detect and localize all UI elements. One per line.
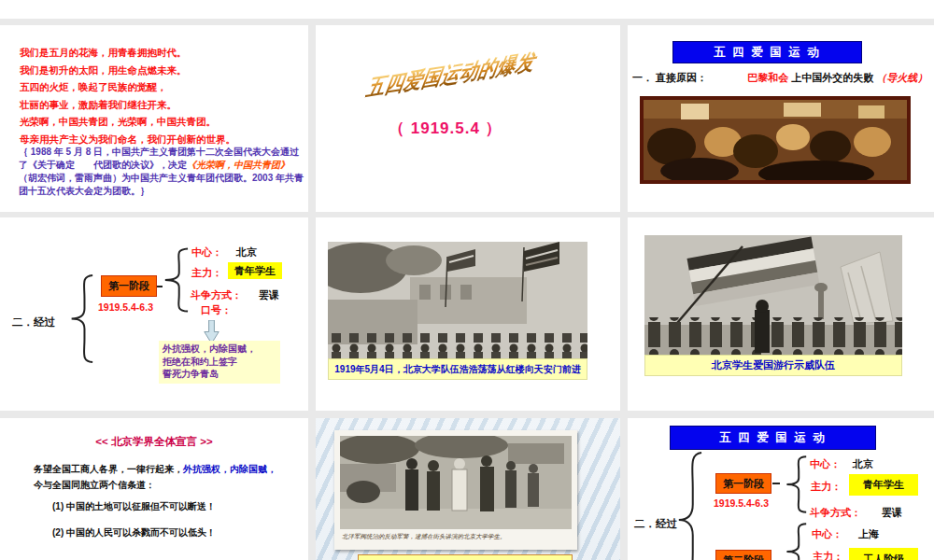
title-date: （ 1919.5.4 ） <box>389 118 502 139</box>
gutter <box>0 19 934 25</box>
photo-caption: 北京学生爱国游行示威队伍 <box>644 355 902 376</box>
declaration-item-1: (1) 中国的土地可以征服但不可以断送！ <box>52 500 216 513</box>
slide-beida-march[interactable]: 1919年5月4日，北京大学队伍浩浩荡荡从红楼向天安门前进 <box>316 217 620 411</box>
slide-process-overview[interactable]: 五 四 爱 国 运 动 二．经过 第一阶段 1919.5.4-6.3 中心： 北… <box>628 418 934 560</box>
anthem-poem: 我们是五月的花海，用青春拥抱时代。 我们是初升的太阳，用生命点燃未来。 五四的火… <box>20 44 235 147</box>
photo-paris-conference <box>644 100 907 180</box>
force2-label: 主力： <box>813 550 843 560</box>
slogan-line: 外抗强权，内除国贼， <box>163 343 276 356</box>
force1-label: 主力： <box>811 480 842 494</box>
connector <box>772 483 780 484</box>
force-value-highlight: 青年学生 <box>228 262 282 279</box>
slide-direct-cause[interactable]: 五 四 爱 国 运 动 一． 直接原因： 巴黎和会 上中国外交的失败 （导火线） <box>628 25 934 212</box>
photo-paris-conference-frame <box>640 96 911 184</box>
declaration-blue-text: 外抗强权，内除国贼， <box>183 464 276 474</box>
wordart-title: 五四爱国运动的爆发 <box>362 46 543 104</box>
stage1-date: 1919.5.4-6.3 <box>98 301 153 313</box>
anthem-note: ｛ 1988 年 5 月 8 日，中国共产主义青团第十二次全国代表大会通过了《关… <box>19 146 306 198</box>
method1-value: 罢课 <box>882 506 902 520</box>
slide-process-stage1[interactable]: 二．经过 第一阶段 1919.5.4-6.3 中心： 北京 主力： 青年学生 斗… <box>0 217 308 411</box>
force2-value-highlight: 工人阶级 <box>849 548 918 560</box>
cause-red-text: 巴黎和会 <box>747 72 788 83</box>
note-highlight: 《光荣啊，中国共青团》 <box>187 160 290 170</box>
method-label: 斗争方式： <box>191 288 242 302</box>
photo-arrest-frame: 北洋军阀统治的反动军警，逮捕在街头讲演的北京大学学生。 <box>334 430 577 550</box>
section-label: 二．经过 <box>12 315 55 329</box>
center-label: 中心： <box>191 245 222 259</box>
center2-label: 中心： <box>812 527 842 541</box>
stage1-box: 第一阶段 <box>101 275 157 297</box>
slide-declaration[interactable]: << 北京学界全体宣言 >> 务望全国工商人各界，一律行起来，外抗强权，内除国贼… <box>0 418 308 560</box>
slide-anthem[interactable]: 我们是五月的花海，用青春拥抱时代。 我们是初升的太阳，用生命点燃未来。 五四的火… <box>0 25 308 212</box>
stage1-box: 第一阶段 <box>715 473 771 494</box>
banner-title: 五 四 爱 国 运 动 <box>670 426 876 450</box>
method-value: 罢课 <box>259 288 279 302</box>
declaration-title: << 北京学界全体宣言 >> <box>0 435 308 449</box>
declaration-text: 今与全国同胞立两个信条道： <box>34 480 155 490</box>
force-label: 主力： <box>191 266 222 280</box>
declaration-item-2: (2) 中国的人民可以杀戮而不可以低头！ <box>52 526 216 539</box>
stage1-date: 1919.5.4-6.3 <box>714 497 769 509</box>
slide-opening-title[interactable]: 五四爱国运动的爆发 （ 1919.5.4 ） <box>316 25 620 212</box>
photo-tiny-caption: 北洋军阀统治的反动军警，逮捕在街头讲演的北京大学学生。 <box>342 533 506 541</box>
brace <box>163 247 189 313</box>
cause-item-label: 一． 直接原因： <box>632 72 707 83</box>
section-label: 二．经过 <box>634 517 677 531</box>
gutter <box>308 19 316 560</box>
note-text: （胡宏伟词，雷雨声曲）为中国共产主义青年团代团歌。2003 年共青团十五次代表大… <box>19 173 304 196</box>
gutter <box>620 19 628 560</box>
poem-line: 壮丽的事业，激励着我们继往开来。 <box>20 96 235 114</box>
photo-caption: 1919年5月4日，北京大学队伍浩浩荡荡从红楼向天安门前进 <box>328 358 587 380</box>
stage2-box: 第二阶段 <box>715 550 771 560</box>
force1-value-highlight: 青年学生 <box>849 474 918 496</box>
photo-beida-march <box>328 242 587 358</box>
cause-rest-text: 上中国外交的失败 <box>791 72 873 83</box>
slogan-line: 誓死力争青岛 <box>163 368 276 381</box>
caption-box-clipped <box>358 554 573 560</box>
poem-line: 光荣啊，中国共青团，光荣啊，中国共青团。 <box>20 113 235 131</box>
photo-parade <box>644 235 902 355</box>
slogan-label: 口号： <box>201 303 232 317</box>
photo-arrest <box>340 436 572 529</box>
method1-label: 斗争方式： <box>810 506 861 520</box>
slogan-line: 拒绝在和约上签字 <box>163 356 276 369</box>
center1-label: 中心： <box>810 457 841 471</box>
gutter <box>0 411 934 418</box>
brace <box>785 455 807 513</box>
banner-title: 五 四 爱 国 运 动 <box>672 41 862 63</box>
brace <box>69 273 93 364</box>
slide-parade-photo[interactable]: 北京学生爱国游行示威队伍 <box>628 217 934 411</box>
center-value: 北京 <box>236 245 257 259</box>
center2-value: 上海 <box>858 527 879 541</box>
poem-line: 五四的火炬，唤起了民族的觉醒， <box>20 78 235 96</box>
photo-beida-march-frame <box>328 242 587 358</box>
photo-parade-frame <box>644 235 902 355</box>
poem-line: 我们是初升的太阳，用生命点燃未来。 <box>20 62 235 79</box>
brace <box>676 450 702 560</box>
brace <box>785 523 807 560</box>
center1-value: 北京 <box>853 457 873 471</box>
slide-arrest-photo[interactable]: 北洋军阀统治的反动军警，逮捕在街头讲演的北京大学学生。 <box>316 418 620 560</box>
cause-line: 一． 直接原因： 巴黎和会 上中国外交的失败 （导火线） <box>632 71 927 85</box>
slogan-box: 外抗强权，内除国贼， 拒绝在和约上签字 誓死力争青岛 <box>159 341 280 384</box>
poem-line: 我们是五月的花海，用青春拥抱时代。 <box>20 44 235 62</box>
declaration-paragraph: 务望全国工商人各界，一律行起来，外抗强权，内除国贼，今与全国同胞立两个信条道： <box>34 461 284 493</box>
declaration-text: 务望全国工商人各界，一律行起来， <box>34 464 183 474</box>
cause-note: （导火线） <box>876 72 927 83</box>
